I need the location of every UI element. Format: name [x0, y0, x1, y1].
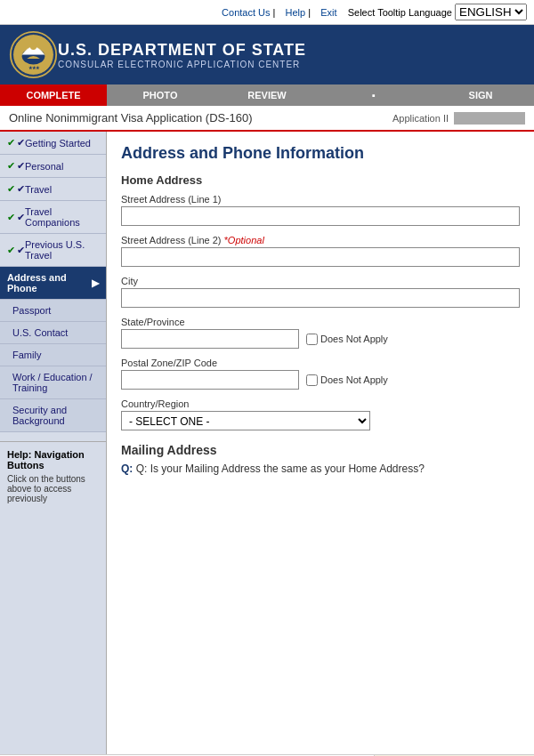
check-icon: ✔ [17, 137, 25, 149]
language-select[interactable]: ENGLISH [455, 4, 527, 20]
page-title: Address and Phone Information [121, 144, 520, 163]
state-does-not-apply-label[interactable]: Does Not Apply [306, 334, 388, 345]
sidebar-item-passport[interactable]: Passport [0, 300, 106, 322]
sidebar-item-personal[interactable]: ✔ Personal [0, 155, 106, 178]
check-icon: ✔ [17, 245, 25, 256]
street2-input[interactable] [121, 247, 520, 267]
progress-bar: COMPLETE PHOTO REVIEW ▪ SIGN [0, 84, 534, 106]
header-title: U.S. Department of State CONSULAR ELECTR… [58, 41, 306, 69]
street1-input[interactable] [121, 206, 520, 226]
top-bar: Contact Us | Help | Exit Select Tooltip … [0, 0, 534, 25]
postal-group: Postal Zone/ZIP Code Does Not Apply [121, 358, 520, 390]
step-review[interactable]: REVIEW [214, 84, 320, 106]
help-link[interactable]: Help [286, 7, 306, 18]
city-group: City [121, 276, 520, 308]
street1-group: Street Address (Line 1) [121, 194, 520, 226]
sidebar-item-family[interactable]: Family [0, 344, 106, 366]
state-group: State/Province Does Not Apply [121, 317, 520, 349]
state-label: State/Province [121, 317, 520, 327]
street2-group: Street Address (Line 2) *Optional [121, 235, 520, 267]
app-id-bar [454, 112, 525, 125]
sidebar-item-work-edu[interactable]: Work / Education / Training [0, 366, 106, 399]
layout: ✔ Getting Started ✔ Personal ✔ Travel ✔ … [0, 132, 534, 754]
check-icon: ✔ [17, 212, 25, 223]
step-sign[interactable]: SIGN [427, 84, 534, 106]
sidebar-item-us-contact[interactable]: U.S. Contact [0, 322, 106, 344]
app-id: Application II [392, 112, 525, 125]
header: ★★★ U.S. Department of State CONSULAR EL… [0, 25, 534, 84]
sidebar-item-travel[interactable]: ✔ Travel [0, 178, 106, 201]
home-address-title: Home Address [121, 173, 520, 187]
sidebar: ✔ Getting Started ✔ Personal ✔ Travel ✔ … [0, 132, 107, 754]
postal-does-not-apply-checkbox[interactable] [306, 374, 318, 386]
step-dot: ▪ [320, 84, 427, 106]
contact-link[interactable]: Contact Us [222, 7, 270, 18]
tooltip-language-label: Select Tooltip Language [348, 7, 452, 18]
country-label: Country/Region [121, 398, 520, 409]
sidebar-help-box: Help: Navigation Buttons Click on the bu… [0, 441, 106, 511]
svg-text:★★★: ★★★ [28, 66, 40, 70]
sidebar-item-security[interactable]: Security and Background [0, 399, 106, 432]
postal-row: Does Not Apply [121, 370, 520, 390]
step-complete[interactable]: COMPLETE [0, 84, 107, 106]
state-dept-seal: ★★★ [9, 30, 58, 79]
sidebar-item-getting-started[interactable]: ✔ Getting Started [0, 132, 106, 155]
street1-label: Street Address (Line 1) [121, 194, 520, 205]
postal-does-not-apply-label[interactable]: Does Not Apply [306, 374, 388, 386]
check-icon: ✔ [17, 183, 25, 195]
state-row: Does Not Apply [121, 329, 520, 349]
sidebar-item-address-phone[interactable]: Address and Phone ▶ [0, 267, 106, 300]
city-label: City [121, 276, 520, 286]
svg-point-3 [30, 44, 36, 50]
step-photo[interactable]: PHOTO [107, 84, 214, 106]
city-input[interactable] [121, 288, 520, 308]
arrow-icon: ▶ [92, 277, 99, 289]
app-title: Online Nonimmigrant Visa Application (DS… [9, 111, 253, 125]
mailing-question: Q: Q: Is your Mailing Address the same a… [121, 462, 520, 475]
postal-label: Postal Zone/ZIP Code [121, 358, 520, 368]
state-does-not-apply-checkbox[interactable] [306, 334, 318, 345]
check-icon: ✔ [17, 160, 25, 172]
street2-label: Street Address (Line 2) *Optional [121, 235, 520, 245]
mailing-title: Mailing Address [121, 443, 520, 457]
country-select[interactable]: - SELECT ONE - [121, 411, 370, 430]
exit-link[interactable]: Exit [320, 7, 336, 18]
main-content: Address and Phone Information Home Addre… [107, 132, 534, 754]
postal-input[interactable] [121, 370, 299, 390]
state-input[interactable] [121, 329, 299, 349]
country-group: Country/Region - SELECT ONE - [121, 398, 520, 430]
sidebar-item-prev-travel[interactable]: ✔ Previous U.S. Travel [0, 234, 106, 267]
app-title-row: Online Nonimmigrant Visa Application (DS… [0, 106, 534, 132]
sidebar-item-travel-companions[interactable]: ✔ Travel Companions [0, 201, 106, 234]
